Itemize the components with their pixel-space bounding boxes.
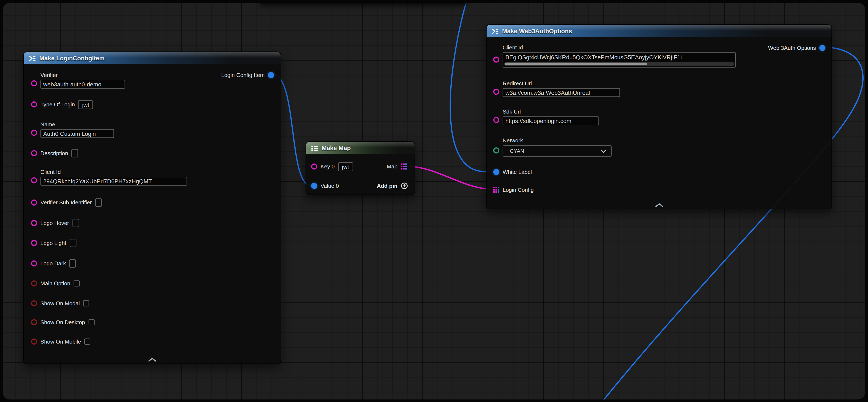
pin-row-show-on-desktop: Show On Desktop [31,317,95,327]
map-pin-output[interactable] [401,163,407,169]
wire-top-to-whitelabel[interactable] [450,3,489,172]
logo-dark-input[interactable] [69,259,76,268]
pin-row-sdk-url: Sdk Url https://sdk.openlogin.com [493,109,599,125]
output-pin-label: Web 3Auth Options [768,45,816,51]
pin-row-main-option: Main Option [31,279,80,288]
pin-label: Description [40,150,68,156]
add-pin-label: Add pin [377,182,398,189]
string-pin-logo-dark[interactable] [31,260,37,267]
pin-row-logo-hover: Logo Hover [31,218,79,228]
pin-row-white-label: White Label [493,167,532,177]
object-pin-white-label[interactable] [493,169,499,175]
node-make-map[interactable]: Make Map Key 0 jwt Map Value 0 Add pin [306,141,415,195]
enum-pin-network[interactable] [493,147,499,153]
pin-row-type-of-login: Type Of Login jwt [31,100,93,109]
verifier-sub-identifier-input[interactable] [95,198,102,207]
string-pin-logo-hover[interactable] [31,220,37,226]
logo-light-input[interactable] [69,239,76,247]
h-scrollbar[interactable] [504,62,734,66]
blueprint-canvas[interactable]: Make LoginConfigItem Login Config Item V… [3,3,865,400]
show-on-modal-checkbox[interactable] [83,300,89,306]
make-struct-icon [29,55,36,61]
output-pin-login-config-item[interactable] [268,72,274,78]
string-pin-description[interactable] [31,150,37,156]
pin-row-logo-light: Logo Light [31,238,76,248]
blueprint-editor: Make LoginConfigItem Login Config Item V… [0,0,868,402]
sdk-url-input[interactable]: https://sdk.openlogin.com [503,116,599,125]
network-select[interactable]: CYAN [503,145,612,156]
pin-label: Redirect Url [503,80,620,86]
pin-label: Logo Light [40,240,66,246]
logo-hover-input[interactable] [72,219,79,227]
pin-row-key-0: Key 0 jwt [311,162,353,171]
bool-pin-show-on-modal[interactable] [31,300,37,306]
node-header[interactable]: Make LoginConfigItem [24,52,281,64]
pin-label: Verifier Sub Identifier [40,200,92,206]
output-map: Map [387,162,407,171]
offscreen-node-top[interactable] [259,3,468,4]
chevron-up-icon [148,357,157,362]
show-on-desktop-checkbox[interactable] [88,319,95,325]
pin-label: Value 0 [320,183,339,189]
string-pin-redirect-url[interactable] [493,89,499,95]
redirect-url-input[interactable]: w3a://com.w3a.Web3AuthUnreal [503,88,620,97]
client-id-input[interactable]: 294QRkchfq2YaXUbPri7D6PH7xzHgQMT [40,177,187,185]
chevron-down-icon [600,149,606,153]
pin-label: Logo Hover [40,220,69,226]
string-pin-key-0[interactable] [311,163,317,169]
node-title: Make Web3AuthOptions [502,28,572,34]
plus-circle-icon [401,182,408,189]
collapse-chevron[interactable] [148,357,157,362]
verifier-input[interactable]: web3auth-auth0-demo [40,80,125,88]
client-id-input[interactable]: BEglQSgt4cUWcj6SKRdu5QkOXTsePmMcusG5EAoy… [503,52,736,68]
make-struct-icon [492,28,499,34]
string-pin-verifier[interactable] [31,80,37,86]
pin-label: Sdk Url [503,109,599,115]
pin-label: Type Of Login [40,101,75,108]
type-of-login-input[interactable]: jwt [78,100,93,109]
pin-label: Client Id [40,169,187,175]
pin-label: Login Config [503,187,534,193]
node-make-loginconfigitem[interactable]: Make LoginConfigItem Login Config Item V… [23,52,281,364]
node-make-web3authoptions[interactable]: Make Web3AuthOptions Web 3Auth Options C… [486,24,832,209]
main-option-checkbox[interactable] [73,280,80,286]
pin-row-logo-dark: Logo Dark [31,259,76,268]
node-header[interactable]: Make Map [306,142,414,154]
make-map-icon [311,145,318,151]
pin-row-value-0: Value 0 [311,181,339,191]
map-pin-login-config[interactable] [493,187,499,193]
key-0-input[interactable]: jwt [338,162,353,171]
output-pin-web3auth-options[interactable] [819,45,825,51]
bool-pin-main-option[interactable] [31,280,37,286]
object-pin-value-0[interactable] [311,183,317,189]
pin-row-show-on-mobile: Show On Mobile [31,337,91,346]
string-pin-verifier-sub-identifier[interactable] [31,200,37,206]
h-scrollbar-thumb[interactable] [505,63,647,65]
pin-row-verifier: Verifier web3auth-auth0-demo [31,72,125,89]
wire-map-to-loginconfig[interactable] [407,166,491,189]
pin-row-redirect-url: Redirect Url w3a://com.w3a.Web3AuthUnrea… [493,80,620,97]
string-pin-client-id[interactable] [31,177,37,183]
string-pin-name[interactable] [31,130,37,136]
pin-label: Name [40,121,114,127]
chevron-up-icon [655,203,663,207]
pin-row-login-config: Login Config [493,185,534,195]
node-header[interactable]: Make Web3AuthOptions [487,25,832,37]
string-pin-sdk-url[interactable] [493,117,499,123]
pin-label: White Label [503,169,532,175]
description-input[interactable] [71,149,78,157]
name-input[interactable]: Auth0 Custom Login [40,129,114,138]
collapse-chevron[interactable] [655,203,663,207]
pin-row-name: Name Auth0 Custom Login [31,121,114,138]
string-pin-type-of-login[interactable] [31,101,37,108]
string-pin-client-id[interactable] [493,57,499,63]
bool-pin-show-on-desktop[interactable] [31,319,37,325]
pin-label: Network [503,138,612,144]
string-pin-logo-light[interactable] [31,240,37,246]
pin-row-network: Network CYAN [493,138,612,157]
show-on-mobile-checkbox[interactable] [85,339,91,345]
node-title: Make LoginConfigItem [39,55,104,62]
add-pin-button[interactable]: Add pin [377,181,408,190]
node-title: Make Map [321,145,351,151]
bool-pin-show-on-mobile[interactable] [31,339,37,345]
